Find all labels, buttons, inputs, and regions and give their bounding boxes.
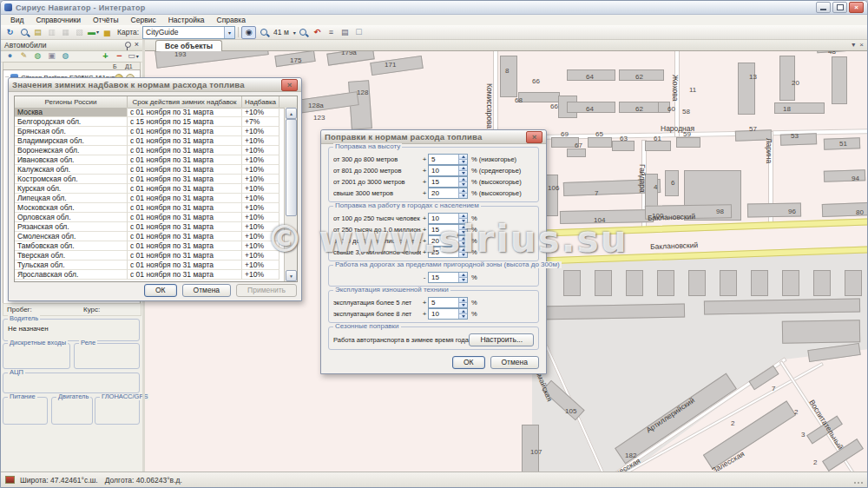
correction-value-input[interactable]: 15 <box>428 176 468 188</box>
spin-down-icon[interactable] <box>458 230 467 234</box>
correction-value-input[interactable]: 5 <box>428 154 468 165</box>
globe-icon[interactable] <box>31 50 44 62</box>
spin-down-icon[interactable] <box>458 241 467 246</box>
winter-table-row[interactable]: Воронежская обл.с 01 ноября по 31 марта+… <box>15 146 285 155</box>
spin-down-icon[interactable] <box>458 171 467 175</box>
tab-all-objects[interactable]: Все объекты <box>155 40 222 51</box>
panel-close-icon[interactable]: × <box>135 41 139 49</box>
map-select[interactable]: CityGuide ▾ <box>142 26 235 39</box>
menu-help[interactable]: Справка <box>212 16 251 24</box>
tab-close-icon[interactable]: × <box>859 41 864 49</box>
winter-table-row[interactable]: Владимирская обл.с 01 ноября по 31 марта… <box>15 136 285 146</box>
winter-cell-period: с 01 ноября по 31 марта <box>128 108 242 117</box>
zoom-chevron-icon[interactable]: ▾ <box>293 30 296 36</box>
winter-dialog-close-icon[interactable]: × <box>281 79 298 91</box>
correction-value-input[interactable]: 15 <box>428 224 468 235</box>
scroll-up-icon[interactable]: ▲ <box>286 108 297 119</box>
winter-table-row[interactable]: Калужская обл.с 01 ноября по 31 марта+10… <box>15 165 285 175</box>
photo-icon[interactable] <box>45 50 58 62</box>
title-bar[interactable]: Сириус Навигатор - Интегратор × <box>1 1 867 15</box>
world-icon[interactable] <box>59 50 72 62</box>
zoom-level-label[interactable]: 41 м <box>273 28 289 36</box>
driver-icon[interactable] <box>3 50 16 62</box>
notes-icon[interactable] <box>339 27 352 38</box>
resize-grip[interactable] <box>854 476 863 484</box>
pin-icon[interactable] <box>125 42 131 48</box>
correction-value-input[interactable]: 15 <box>428 272 468 283</box>
winter-table-row[interactable]: Липецкая обл.с 01 ноября по 31 марта+10% <box>15 194 285 203</box>
winter-ok-button[interactable]: ОК <box>144 284 177 297</box>
checkbox-icon[interactable] <box>352 27 365 38</box>
corrections-dialog-close-icon[interactable]: × <box>526 131 542 143</box>
menu-reports[interactable]: Отчёты <box>88 16 124 24</box>
spin-down-icon[interactable] <box>458 303 467 307</box>
search-icon[interactable] <box>17 27 30 38</box>
filter-icon[interactable] <box>73 27 86 38</box>
winter-table-row[interactable]: Ярославская обл.с 01 ноября по 31 марта+… <box>15 270 285 280</box>
edit-grid-icon[interactable] <box>31 27 44 38</box>
winter-table-row[interactable]: Московская обл.с 01 ноября по 31 марта+1… <box>15 203 285 213</box>
winter-table-row[interactable]: Костромская обл.с 01 ноября по 31 марта+… <box>15 175 285 184</box>
winter-col-value[interactable]: Надбавка <box>242 96 279 108</box>
spin-down-icon[interactable] <box>458 278 467 282</box>
correction-value-input[interactable]: 20 <box>428 188 468 199</box>
remove-icon[interactable] <box>113 50 126 62</box>
menu-view[interactable]: Вид <box>5 16 29 24</box>
close-button[interactable]: × <box>849 2 864 13</box>
correction-value-input[interactable]: 10 <box>428 308 468 320</box>
marker-toggle-icon[interactable] <box>241 26 256 39</box>
pencil-icon[interactable] <box>17 50 30 62</box>
corrections-cancel-button[interactable]: Отмена <box>490 356 540 369</box>
minimize-button[interactable] <box>816 2 831 13</box>
corrections-ok-button[interactable]: ОК <box>452 356 485 369</box>
undo-icon[interactable] <box>311 27 324 38</box>
winter-table-row[interactable]: Курская обл.с 01 ноября по 31 марта+10% <box>15 184 285 194</box>
columns-icon[interactable] <box>45 27 58 38</box>
winter-table-row[interactable]: Тверская обл.с 01 ноября по 31 марта+10% <box>15 251 285 260</box>
menu-settings[interactable]: Настройка <box>163 16 210 24</box>
correction-value-input[interactable]: 25 <box>428 247 468 258</box>
add-icon[interactable] <box>99 50 112 62</box>
winter-table-row[interactable]: Тульская обл.с 01 ноября по 31 марта+10% <box>15 260 285 270</box>
spin-down-icon[interactable] <box>458 160 467 164</box>
list-icon[interactable] <box>325 27 338 38</box>
winter-col-period[interactable]: Срок действия зимних надбавок <box>128 96 242 108</box>
zoom-out-icon[interactable] <box>297 27 310 38</box>
winter-col-region[interactable]: Регионы России <box>15 96 128 108</box>
menu-service[interactable]: Сервис <box>126 16 161 24</box>
seasonal-configure-button[interactable]: Настроить... <box>469 333 534 346</box>
zoom-in-icon[interactable] <box>257 27 270 38</box>
winter-table-row[interactable]: Смоленская обл.с 01 ноября по 31 марта+1… <box>15 232 285 241</box>
menu-directories[interactable]: Справочники <box>30 16 86 24</box>
spin-down-icon[interactable] <box>458 219 467 223</box>
vehicle-icon[interactable] <box>87 27 100 38</box>
winter-apply-button[interactable]: Применить <box>236 284 297 297</box>
chevron-down-icon[interactable]: ▾ <box>224 27 234 38</box>
winter-table-row[interactable]: Ивановская обл.с 01 ноября по 31 марта+1… <box>15 155 285 165</box>
card-icon[interactable] <box>127 50 140 62</box>
scroll-down-icon[interactable]: ▼ <box>286 270 297 281</box>
spin-down-icon[interactable] <box>458 253 467 257</box>
winter-table-row[interactable]: Белгородская обл.с 15 ноября по 15 марта… <box>15 117 285 127</box>
scrollbar-thumb[interactable] <box>286 119 297 216</box>
correction-value-input[interactable]: 10 <box>428 213 468 224</box>
refresh-icon[interactable] <box>3 27 16 38</box>
winter-table-row[interactable]: Рязанская обл.с 01 ноября по 31 марта+10… <box>15 222 285 232</box>
winter-table-row[interactable]: Тамбовская обл.с 01 ноября по 31 марта+1… <box>15 241 285 251</box>
rows-icon[interactable] <box>59 27 72 38</box>
correction-value-input[interactable]: 10 <box>428 165 468 176</box>
restore-button[interactable] <box>832 2 847 13</box>
winter-table-row[interactable]: Орловская обл.с 01 ноября по 31 марта+10… <box>15 213 285 222</box>
spin-down-icon[interactable] <box>458 314 467 319</box>
tab-list-icon[interactable]: ▾ <box>852 41 855 49</box>
winter-table-scrollbar[interactable]: ▲ ▼ <box>284 108 297 281</box>
correction-value-input[interactable]: 5 <box>428 297 468 308</box>
winter-table-row[interactable]: Москвас 01 ноября по 31 марта+10% <box>15 108 285 117</box>
correction-value-input[interactable]: 20 <box>428 235 468 247</box>
chart-icon[interactable] <box>101 27 114 38</box>
winter-table-row[interactable]: Брянская обл.с 01 ноября по 31 марта+10% <box>15 127 285 136</box>
winter-dialog-titlebar[interactable]: Значения зимних надбавок к нормам расход… <box>9 78 301 92</box>
spin-down-icon[interactable] <box>458 182 467 187</box>
winter-cancel-button[interactable]: Отмена <box>182 284 232 297</box>
spin-down-icon[interactable] <box>458 194 467 198</box>
